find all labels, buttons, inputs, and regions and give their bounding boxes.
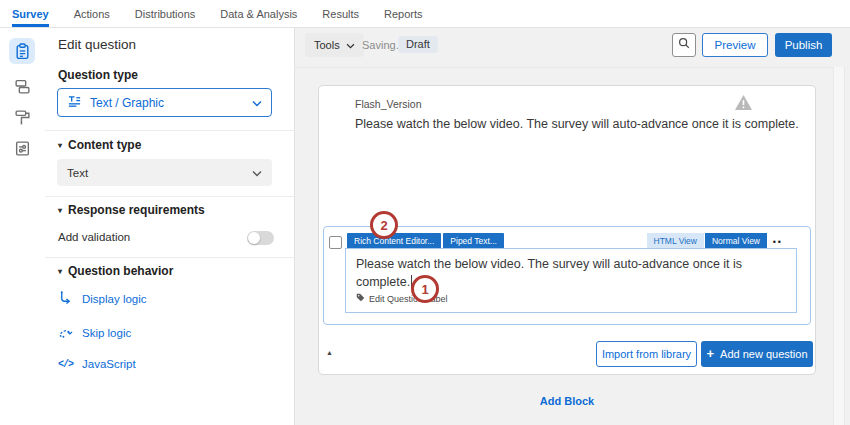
search-button[interactable] (672, 33, 696, 57)
question-checkbox[interactable] (329, 236, 342, 249)
panel-title: Edit question (58, 37, 136, 52)
search-icon (677, 36, 691, 54)
nav-tab-actions[interactable]: Actions (74, 0, 110, 27)
question-type-dropdown[interactable]: Text / Graphic (57, 88, 272, 117)
question-type-value: Text / Graphic (90, 96, 244, 110)
collapse-block-arrow[interactable]: ▲ (326, 349, 333, 356)
content-type-value: Text (67, 167, 252, 179)
question-type-label: Question type (58, 68, 138, 82)
tools-menu-button[interactable]: Tools (305, 33, 364, 57)
add-block-row: Add Block (318, 391, 816, 409)
collapse-caret-icon: ▾ (58, 141, 62, 150)
add-block-link[interactable]: Add Block (540, 395, 594, 407)
code-icon: </> (58, 359, 73, 370)
skip-logic-icon (58, 324, 73, 341)
chevron-down-icon (252, 167, 262, 179)
more-options-dots[interactable]: •• (773, 237, 783, 247)
publish-button[interactable]: Publish (775, 33, 832, 57)
rich-content-editor-tab[interactable]: Rich Content Editor... (347, 233, 441, 249)
display-logic-icon (58, 290, 73, 307)
nav-tab-reports[interactable]: Reports (384, 0, 423, 27)
selected-question-card: Rich Content Editor... Piped Text... HTM… (323, 226, 811, 325)
section-divider (45, 130, 294, 131)
chevron-down-icon (252, 96, 262, 110)
question-text[interactable]: Please watch the below video. The survey… (355, 115, 805, 133)
chevron-down-icon (346, 39, 355, 51)
vertical-scrollbar[interactable] (833, 67, 845, 425)
response-requirements-title: Response requirements (68, 203, 205, 217)
display-logic-link[interactable]: Display logic (58, 290, 147, 307)
add-new-question-button[interactable]: + Add new question (701, 341, 813, 367)
content-type-title: Content type (68, 138, 141, 152)
collapse-caret-icon: ▾ (58, 206, 62, 215)
import-from-library-button[interactable]: Import from library (596, 341, 697, 367)
javascript-label: JavaScript (82, 358, 136, 370)
tools-label: Tools (314, 39, 340, 51)
html-view-button[interactable]: HTML View (647, 233, 704, 249)
survey-options-icon[interactable] (9, 135, 35, 161)
normal-view-button[interactable]: Normal View (705, 233, 767, 249)
question-behavior-section-header[interactable]: ▾ Question behavior (58, 264, 173, 278)
nav-tab-data-analysis[interactable]: Data & Analysis (220, 0, 297, 27)
skip-logic-link[interactable]: Skip logic (58, 324, 131, 341)
left-icon-rail (0, 28, 45, 425)
skip-logic-label: Skip logic (82, 327, 131, 339)
collapse-caret-icon: ▾ (58, 267, 62, 276)
toolbar-divider (295, 67, 835, 68)
nav-tab-survey[interactable]: Survey (12, 0, 49, 27)
nav-tab-distributions[interactable]: Distributions (135, 0, 196, 27)
editor-tab-bar: Rich Content Editor... Piped Text... (347, 233, 504, 249)
plus-icon: + (706, 346, 714, 361)
annotation-circle-1: 1 (411, 275, 439, 303)
response-requirements-section-header[interactable]: ▾ Response requirements (58, 203, 205, 217)
add-validation-toggle[interactable] (247, 231, 274, 245)
question-behavior-title: Question behavior (68, 264, 173, 278)
section-divider (45, 257, 294, 258)
display-logic-label: Display logic (82, 293, 147, 305)
survey-canvas: Tools Saving... Draft Preview Publish Fl… (295, 28, 850, 425)
piped-text-tab[interactable]: Piped Text... (443, 233, 504, 249)
survey-flow-icon[interactable] (9, 73, 35, 99)
edit-question-panel: Edit question Question type Text / Graph… (45, 28, 295, 425)
question-code: Flash_Version (355, 98, 422, 110)
annotation-circle-2: 2 (370, 211, 398, 239)
warning-icon[interactable] (734, 94, 753, 115)
tag-icon (356, 293, 365, 304)
look-and-feel-icon[interactable] (9, 104, 35, 130)
nav-tab-results[interactable]: Results (322, 0, 359, 27)
add-new-question-label: Add new question (720, 348, 807, 360)
javascript-link[interactable]: </> JavaScript (58, 358, 136, 370)
text-graphic-icon (67, 94, 82, 112)
toggle-knob (248, 232, 260, 244)
content-type-dropdown[interactable]: Text (57, 159, 272, 186)
add-validation-label: Add validation (58, 231, 130, 243)
preview-button[interactable]: Preview (702, 33, 768, 57)
view-toggle-group: HTML View Normal View (647, 233, 768, 249)
section-divider (45, 196, 294, 197)
top-nav: Survey Actions Distributions Data & Anal… (0, 0, 850, 28)
draft-status-badge: Draft (398, 36, 438, 53)
qualtrics-survey-editor: Survey Actions Distributions Data & Anal… (0, 0, 850, 425)
content-type-section-header[interactable]: ▾ Content type (58, 138, 141, 152)
survey-builder-icon[interactable] (9, 38, 35, 64)
